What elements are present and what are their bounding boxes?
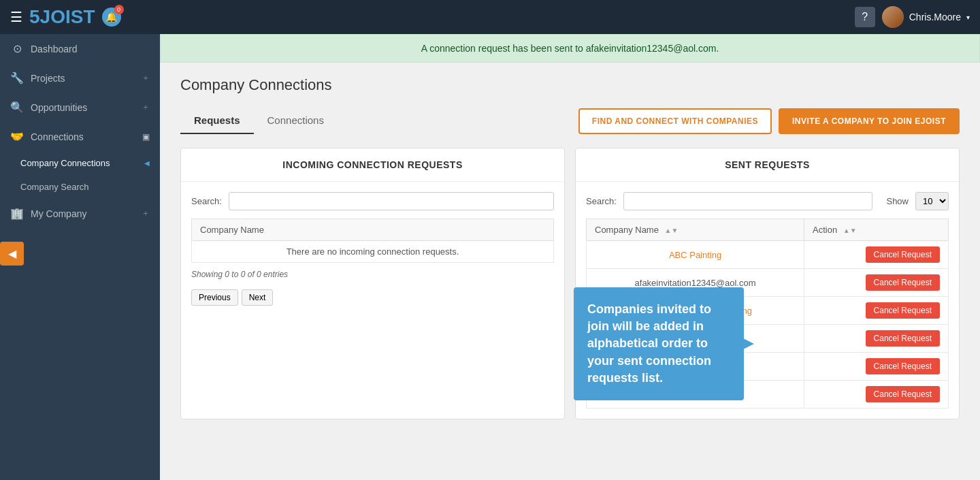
notification-message: A connection request has been sent to af… xyxy=(421,43,719,54)
sidebar-item-opportunities[interactable]: 🔍 Opportunities ＋ xyxy=(0,93,160,122)
sidebar: ⊙ Dashboard 🔧 Projects ＋ 🔍 Opportunities… xyxy=(0,34,160,480)
incoming-prev-btn[interactable]: Previous xyxy=(191,289,238,306)
cancel-request-button[interactable]: Cancel Request xyxy=(866,330,940,347)
incoming-search-label: Search: xyxy=(191,196,222,206)
sidebar-label-company-connections: Company Connections xyxy=(20,158,110,168)
sidebar-label-company-search: Company Search xyxy=(20,182,88,192)
sent-action-cell: Cancel Request xyxy=(804,269,949,297)
sent-action-cell: Cancel Request xyxy=(804,381,949,409)
tab-list: Requests Connections xyxy=(180,108,338,134)
sent-panel-header: SENT REQUESTS xyxy=(576,148,959,182)
opportunities-icon: 🔍 xyxy=(10,101,24,114)
projects-add-icon[interactable]: ＋ xyxy=(142,72,150,84)
incoming-empty-message: There are no incoming connection request… xyxy=(192,241,554,263)
top-navigation: ☰ 5JOIST 🔔 0 ? Chris.Moore ▾ xyxy=(0,0,980,34)
cancel-request-button[interactable]: Cancel Request xyxy=(866,358,940,374)
nav-left: ☰ 5JOIST 🔔 0 xyxy=(10,6,121,28)
sent-action-cell: Cancel Request xyxy=(804,353,949,381)
table-row: ABC PaintingCancel Request xyxy=(587,241,949,269)
user-dropdown-arrow: ▾ xyxy=(966,14,970,21)
connections-collapse-icon: ▣ xyxy=(142,132,150,142)
tooltip-overlay: Companies invited to join will be added … xyxy=(574,287,744,400)
page-content: Company Connections Requests Connections… xyxy=(160,63,980,480)
sidebar-item-dashboard[interactable]: ⊙ Dashboard xyxy=(0,34,160,63)
invite-button[interactable]: INVITE A COMPANY TO JOIN EJOIST xyxy=(779,108,960,134)
sent-action-cell: Cancel Request xyxy=(804,325,949,353)
content-area: A connection request has been sent to af… xyxy=(160,34,980,480)
incoming-panel-header: INCOMING CONNECTION REQUESTS xyxy=(181,148,564,182)
sidebar-item-my-company[interactable]: 🏢 My Company ＋ xyxy=(0,199,160,228)
app-logo: 5JOIST xyxy=(29,6,95,28)
user-menu[interactable]: Chris.Moore ▾ xyxy=(882,6,970,28)
incoming-panel-title: INCOMING CONNECTION REQUESTS xyxy=(282,159,462,170)
my-company-add-icon[interactable]: ＋ xyxy=(142,208,150,219)
username-label: Chris.Moore xyxy=(909,12,961,22)
sent-company-name: ABC Painting xyxy=(587,241,804,269)
tabs-row: Requests Connections FIND AND CONNECT WI… xyxy=(180,108,960,134)
sent-action-cell: Cancel Request xyxy=(804,241,949,269)
notification-bar: A connection request has been sent to af… xyxy=(160,34,980,63)
back-button[interactable]: ◀ xyxy=(0,242,24,266)
incoming-panel: INCOMING CONNECTION REQUESTS Search: Com… xyxy=(180,148,565,419)
incoming-search-input[interactable] xyxy=(229,192,554,210)
company-connections-arrow: ◀ xyxy=(144,159,150,167)
sent-search-input[interactable] xyxy=(623,192,873,210)
sidebar-label-projects: Projects xyxy=(31,73,135,84)
sidebar-item-projects[interactable]: 🔧 Projects ＋ xyxy=(0,63,160,93)
incoming-search-row: Search: xyxy=(191,192,554,210)
projects-icon: 🔧 xyxy=(10,71,24,84)
show-label: Show xyxy=(886,196,909,206)
tooltip-box: Companies invited to join will be added … xyxy=(574,287,744,400)
avatar-image xyxy=(882,6,904,28)
connections-icon: 🤝 xyxy=(10,130,24,143)
incoming-col-company: Company Name xyxy=(192,219,554,241)
incoming-table: Company Name There are no incoming conne… xyxy=(191,219,554,263)
incoming-next-btn[interactable]: Next xyxy=(242,289,274,306)
sent-col-company[interactable]: Company Name ▲▼ xyxy=(587,219,804,241)
nav-right: ? Chris.Moore ▾ xyxy=(855,6,970,28)
sent-col-action: Action ▲▼ xyxy=(804,219,949,241)
sent-action-cell: Cancel Request xyxy=(804,297,949,325)
find-connect-button[interactable]: FIND AND CONNECT WITH COMPANIES xyxy=(578,108,772,134)
cancel-request-button[interactable]: Cancel Request xyxy=(866,246,940,263)
page-title: Company Connections xyxy=(180,76,960,94)
sidebar-label-connections: Connections xyxy=(31,131,135,142)
help-button[interactable]: ? xyxy=(855,7,875,27)
sort-company-icon: ▲▼ xyxy=(665,227,679,234)
sidebar-item-company-search[interactable]: Company Search xyxy=(0,175,160,199)
sort-action-icon: ▲▼ xyxy=(843,227,857,234)
hamburger-icon[interactable]: ☰ xyxy=(10,9,22,25)
sent-search-label: Search: xyxy=(586,196,617,206)
notification-count: 0 xyxy=(114,5,124,14)
dashboard-icon: ⊙ xyxy=(10,42,24,55)
sidebar-item-company-connections[interactable]: Company Connections ◀ xyxy=(0,151,160,175)
notification-bell[interactable]: 🔔 0 xyxy=(102,7,121,27)
avatar xyxy=(882,6,904,28)
my-company-icon: 🏢 xyxy=(10,207,24,220)
sidebar-item-connections[interactable]: 🤝 Connections ▣ xyxy=(0,122,160,151)
cancel-request-button[interactable]: Cancel Request xyxy=(866,386,940,402)
bell-icon: 🔔 xyxy=(105,12,117,22)
cancel-request-button[interactable]: Cancel Request xyxy=(866,302,940,319)
sidebar-label-dashboard: Dashboard xyxy=(31,44,150,54)
tab-connections[interactable]: Connections xyxy=(254,108,338,134)
sent-search-row: Search: Show 10 25 50 xyxy=(586,192,949,210)
tab-requests[interactable]: Requests xyxy=(180,108,254,134)
incoming-showing-text: Showing 0 to 0 of 0 entries xyxy=(191,263,554,286)
tab-actions: FIND AND CONNECT WITH COMPANIES INVITE A… xyxy=(578,108,960,134)
tooltip-text: Companies invited to join will be added … xyxy=(587,302,711,385)
sent-panel-title: SENT REQUESTS xyxy=(725,159,810,170)
panels-container: INCOMING CONNECTION REQUESTS Search: Com… xyxy=(180,148,960,419)
opportunities-add-icon[interactable]: ＋ xyxy=(142,101,150,113)
show-select[interactable]: 10 25 50 xyxy=(915,192,949,210)
incoming-panel-body: Search: Company Name There xyxy=(181,182,564,316)
cancel-request-button[interactable]: Cancel Request xyxy=(866,274,940,291)
sidebar-label-opportunities: Opportunities xyxy=(31,102,135,113)
sidebar-label-my-company: My Company xyxy=(31,208,135,219)
main-layout: ⊙ Dashboard 🔧 Projects ＋ 🔍 Opportunities… xyxy=(0,34,980,480)
